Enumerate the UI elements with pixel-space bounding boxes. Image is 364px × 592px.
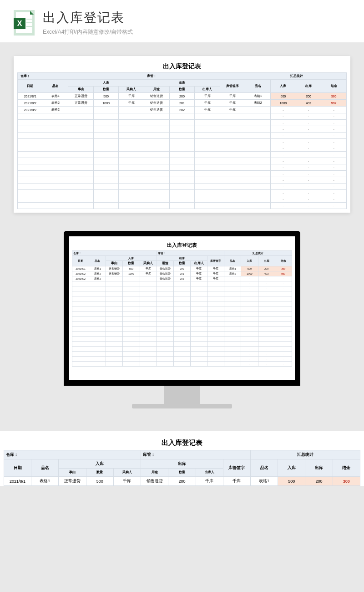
table-row: --- (18, 203, 347, 209)
summary-label: 汇总统计 (250, 450, 360, 459)
spreadsheet-preview: 出入库登记表仓库：库管：汇总统计日期品名入库出库库管签字品名入库出库结余事由数量… (14, 56, 350, 213)
page-header: X 出入库登记表 Excel/A4打印/内容随意修改/自带格式 (0, 0, 364, 42)
table-row: --- (72, 316, 292, 322)
table-row: --- (72, 296, 292, 301)
warehouse-label: 仓库： (72, 251, 157, 256)
table-row: --- (72, 332, 292, 337)
meta-row: 仓库：库管：汇总统计 (72, 251, 292, 256)
table-row: 2021/8/2表格2销售送货202千库千库--- (18, 107, 347, 113)
table-row: --- (72, 322, 292, 327)
table-row: --- (72, 286, 292, 291)
svg-text:X: X (17, 20, 22, 27)
table-row: --- (72, 281, 292, 286)
table-row: --- (72, 347, 292, 352)
table-row: --- (72, 291, 292, 296)
warehouse-label: 仓库： (4, 450, 141, 459)
table-row: 2021/8/1表格1正常进货500千库销售送货200千库千库表格1500200… (72, 266, 292, 271)
table-row: 2021/8/2表格2正常进货1000千库销售送货201千库千库表格210004… (18, 100, 347, 107)
header-row-1: 日期品名入库出库库管签字品名入库出库结余 (4, 459, 360, 469)
table-row: --- (72, 362, 292, 367)
table-row: 2021/8/2表格2正常进货1000千库销售送货201千库千库表格210004… (72, 271, 292, 276)
warehouse-label: 仓库： (18, 73, 144, 80)
table-row: --- (72, 342, 292, 347)
meta-row: 仓库：库管：汇总统计 (4, 450, 360, 459)
table-row: --- (18, 133, 347, 139)
page-title: 出入库登记表 (43, 9, 133, 26)
table-row: --- (18, 139, 347, 145)
table-row: --- (18, 184, 347, 190)
header-row-1: 日期品名入库出库库管签字品名入库出库结余 (72, 256, 292, 261)
table-row: --- (18, 120, 347, 126)
table-row: --- (18, 196, 347, 203)
table-row: 2021/8/2表格2销售送货202千库千库--- (72, 276, 292, 281)
monitor-mockup: 出入库登记表仓库：库管：汇总统计日期品名入库出库库管签字品名入库出库结余事由数量… (0, 231, 364, 408)
table-row: --- (18, 158, 347, 164)
sheet-title: 出入库登记表 (17, 60, 347, 72)
keeper-label: 库管： (141, 450, 251, 459)
summary-label: 汇总统计 (245, 73, 347, 80)
table-row: --- (18, 171, 347, 177)
table-row: --- (72, 352, 292, 357)
table-row: --- (18, 126, 347, 133)
table-row: --- (18, 152, 347, 158)
table-row: 2021/8/1表格1正常进货500千库销售送货200千库千库表格1500200… (18, 93, 347, 100)
keeper-label: 库管： (144, 73, 245, 80)
table-row: --- (72, 301, 292, 306)
page-subtitle: Excel/A4打印/内容随意修改/自带格式 (43, 28, 133, 36)
excel-icon: X (14, 10, 35, 36)
table-row: --- (72, 311, 292, 316)
summary-label: 汇总统计 (224, 251, 292, 256)
table-row: 2021/8/1表格1正常进货500千库销售送货200千库千库表格1500200… (4, 477, 360, 486)
sheet-title: 出入库登记表 (72, 239, 292, 250)
table-row: --- (72, 327, 292, 332)
table-row: --- (18, 177, 347, 184)
table-row: --- (18, 145, 347, 152)
table-row: --- (18, 113, 347, 120)
table-row: --- (18, 190, 347, 196)
spreadsheet-table: 仓库：库管：汇总统计日期品名入库出库库管签字品名入库出库结余事由数量采购人用途数… (17, 72, 347, 209)
meta-row: 仓库：库管：汇总统计 (18, 73, 347, 80)
table-row: --- (72, 357, 292, 362)
header-row-1: 日期品名入库出库库管签字品名入库出库结余 (18, 80, 347, 87)
sheet-title: 出入库登记表 (4, 436, 360, 450)
spreadsheet-strip: 出入库登记表仓库：库管：汇总统计日期品名入库出库库管签字品名入库出库结余事由数量… (0, 431, 364, 486)
table-row: --- (18, 164, 347, 171)
spreadsheet-table: 仓库：库管：汇总统计日期品名入库出库库管签字品名入库出库结余事由数量采购人用途数… (4, 450, 360, 486)
table-row: --- (72, 306, 292, 311)
table-row: --- (72, 337, 292, 342)
keeper-label: 库管： (157, 251, 224, 256)
spreadsheet-table: 仓库：库管：汇总统计日期品名入库出库库管签字品名入库出库结余事由数量采购人用途数… (72, 250, 292, 367)
